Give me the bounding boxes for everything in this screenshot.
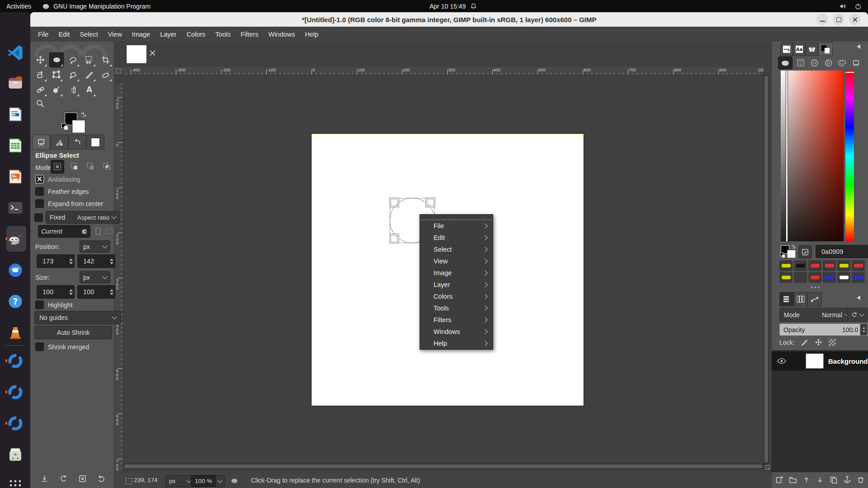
swatch-1-4[interactable] — [823, 260, 836, 271]
dock-item-files[interactable] — [5, 72, 26, 94]
lock-alpha-icon[interactable] — [829, 339, 836, 346]
feather-edges-checkbox[interactable] — [35, 187, 44, 196]
swatch-2-5[interactable] — [837, 272, 850, 283]
color-edit-button[interactable] — [798, 245, 812, 258]
clock-menu[interactable]: Apr 10 15:49 — [429, 0, 477, 12]
dock-item-chromium-2[interactable] — [5, 381, 26, 403]
vertical-scrollbar[interactable] — [764, 75, 769, 464]
tab-tool-options[interactable] — [32, 135, 50, 150]
power-icon[interactable] — [854, 3, 862, 10]
menu-colors[interactable]: Colors — [181, 27, 210, 42]
zoom-value[interactable]: 100 % — [191, 475, 216, 487]
tool-paintbrush[interactable] — [82, 68, 96, 82]
tool-free-select[interactable] — [66, 53, 80, 67]
vertical-ruler[interactable]: -100 0 100 200 300 400 500 600 700 — [114, 84, 123, 472]
delete-tool-preset-icon[interactable] — [78, 474, 87, 483]
context-menu-select[interactable]: Select — [420, 244, 493, 255]
layer-row-background[interactable]: Background — [772, 352, 868, 371]
mode-subtract-button[interactable] — [84, 160, 97, 173]
swatch-1-6[interactable] — [852, 260, 865, 271]
horizontal-ruler[interactable]: -400 -300 -200 -100 0 100 200 300 400 50… — [123, 67, 764, 75]
restore-tool-preset-icon[interactable] — [59, 474, 68, 483]
mini-background-swatch[interactable] — [787, 250, 796, 258]
tool-move[interactable] — [33, 53, 47, 67]
antialiasing-checkbox[interactable] — [35, 175, 44, 183]
dock-item-chromium-1[interactable] — [5, 350, 26, 371]
selector-palette-button[interactable] — [836, 57, 848, 69]
menu-filters[interactable]: Filters — [236, 27, 263, 42]
swatch-1-2[interactable] — [794, 260, 807, 271]
selector-cmyk-button[interactable]: CMYK — [795, 57, 807, 69]
tool-eraser[interactable] — [99, 68, 112, 82]
image-tab-thumbnail[interactable] — [126, 45, 147, 64]
fixed-aspect-select[interactable]: Fixed Aspect ratio — [46, 211, 120, 224]
selector-scales-button[interactable] — [850, 57, 862, 69]
ruler-corner-button[interactable] — [114, 67, 123, 75]
antialiasing-row[interactable]: Antialiasing — [35, 175, 80, 183]
context-menu-edit[interactable]: Edit — [420, 232, 493, 244]
shrink-merged-row[interactable]: Shrink merged — [35, 343, 89, 351]
tool-zoom[interactable] — [33, 97, 47, 111]
menu-file[interactable]: File — [33, 27, 53, 42]
context-menu-file[interactable]: File — [420, 220, 493, 232]
guides-select[interactable]: No guides — [34, 311, 121, 324]
context-menu-image[interactable]: Image — [420, 267, 493, 279]
dock-item-thunderbird[interactable] — [5, 259, 26, 281]
dock-item-gimp[interactable] — [5, 228, 26, 249]
context-menu-view[interactable]: View — [420, 255, 493, 267]
new-layer-button[interactable] — [775, 476, 783, 484]
menu-windows[interactable]: Windows — [264, 27, 300, 42]
dock-item-vlc[interactable] — [5, 322, 26, 343]
image-tab-close-icon[interactable] — [149, 50, 156, 56]
selector-gimp-button[interactable] — [778, 56, 793, 69]
swatch-1-1[interactable] — [779, 260, 793, 271]
swatch-2-4[interactable] — [823, 272, 836, 283]
quick-mask-toggle[interactable] — [126, 478, 132, 484]
tab-menu-button[interactable] — [857, 44, 860, 49]
position-y-spinner[interactable]: 142 — [77, 254, 115, 268]
context-menu-tearoff[interactable] — [421, 215, 492, 220]
swatch-2-3[interactable] — [808, 272, 821, 283]
layer-thumbnail[interactable] — [806, 353, 824, 369]
tool-flip[interactable] — [33, 68, 47, 82]
size-unit-select[interactable]: px — [80, 271, 110, 283]
tab-undo-history[interactable] — [68, 135, 86, 150]
dock-item-terminal[interactable] — [5, 197, 26, 218]
position-x-spinner[interactable]: 173 — [37, 254, 75, 268]
delete-layer-button[interactable] — [857, 476, 865, 484]
mini-swap-icon[interactable] — [790, 244, 796, 249]
raise-layer-button[interactable] — [802, 476, 811, 484]
layers-tab-menu-button[interactable] — [857, 296, 860, 300]
swatch-1-3[interactable] — [808, 260, 821, 271]
tool-text[interactable]: A — [82, 83, 96, 97]
background-color-swatch[interactable] — [72, 120, 85, 133]
aspect-value-field[interactable]: Current — [38, 225, 90, 238]
feather-row[interactable]: Feather edges — [35, 187, 89, 196]
focused-app-menu[interactable]: GNU Image Manipulation Program — [42, 2, 151, 10]
context-menu-windows[interactable]: Windows — [420, 326, 493, 338]
dock-item-app-grid[interactable] — [5, 474, 26, 488]
close-button[interactable] — [849, 14, 861, 25]
maximize-button[interactable] — [833, 14, 844, 25]
horizontal-scrollbar[interactable] — [123, 464, 764, 469]
reset-tool-options-icon[interactable] — [97, 474, 106, 483]
saturation-value-square[interactable] — [781, 70, 844, 241]
tool-ink[interactable] — [49, 83, 63, 97]
size-height-spinner[interactable]: 100 — [77, 285, 115, 299]
layer-name[interactable]: Background — [828, 357, 868, 365]
context-menu-tools[interactable]: Tools — [420, 302, 493, 314]
tab-fg-bg-colors[interactable] — [818, 42, 833, 56]
tab-brush-editor[interactable] — [780, 42, 793, 56]
tab-image-thumbnail[interactable] — [86, 135, 104, 150]
fixed-checkbox[interactable] — [34, 213, 43, 222]
activities-button[interactable]: Activities — [6, 3, 31, 10]
menu-tools[interactable]: Tools — [210, 27, 236, 42]
swatch-2-1[interactable] — [779, 272, 793, 283]
dock-item-libreoffice-writer[interactable] — [5, 103, 26, 125]
highlight-checkbox[interactable] — [35, 300, 44, 309]
context-menu-filters[interactable]: Filters — [420, 314, 493, 326]
mode-intersect-button[interactable] — [100, 160, 113, 173]
shrink-merged-checkbox[interactable] — [35, 343, 44, 351]
swatch-2-6[interactable] — [852, 272, 865, 283]
selection-handle-ne[interactable] — [425, 197, 435, 207]
